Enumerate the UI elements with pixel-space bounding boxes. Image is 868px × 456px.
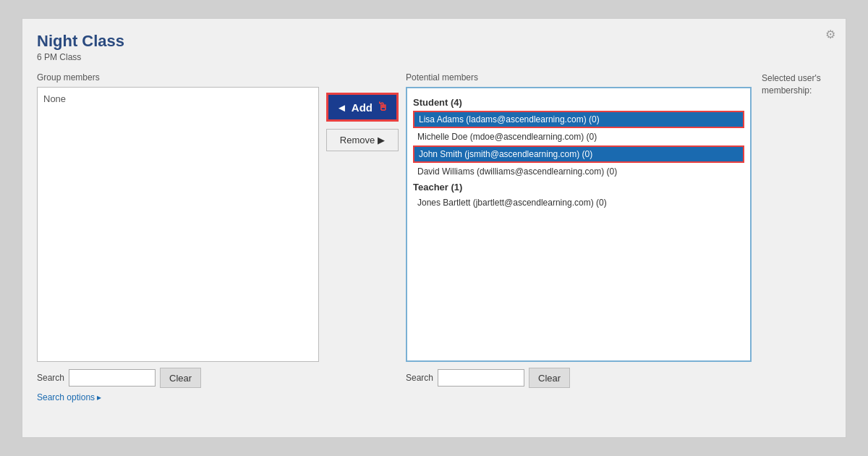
right-clear-button[interactable]: Clear	[529, 368, 570, 388]
list-item[interactable]: Lisa Adams (ladams@ascendlearning.com) (…	[413, 111, 744, 128]
left-search-row: Search Clear	[37, 368, 319, 388]
remove-label: Remove	[340, 135, 375, 145]
list-item[interactable]: David Williams (dwilliams@ascendlearning…	[413, 164, 744, 179]
page-title: Night Class	[37, 32, 831, 51]
cursor-icon: 🖱	[377, 101, 388, 114]
right-search-label: Search	[406, 373, 433, 383]
potential-members-box[interactable]: Student (4)Lisa Adams (ladams@ascendlear…	[406, 87, 752, 362]
left-search-input[interactable]	[69, 369, 156, 387]
list-item[interactable]: Jones Bartlett (jbartlett@ascendlearning…	[413, 195, 744, 210]
far-right-column: Selected user's membership:	[752, 72, 831, 96]
main-panel: ⚙ Night Class 6 PM Class Group members N…	[22, 18, 846, 438]
left-search-label: Search	[37, 373, 64, 383]
list-item[interactable]: John Smith (jsmith@ascendlearning.com) (…	[413, 145, 744, 163]
left-clear-button[interactable]: Clear	[160, 368, 201, 388]
right-search-input[interactable]	[438, 369, 524, 387]
middle-column: ◄ Add 🖱 Remove ▶	[319, 72, 406, 151]
left-column: Group members None Search Clear Search o…	[37, 72, 319, 402]
potential-members-label: Potential members	[406, 72, 752, 83]
group-header: Student (4)	[413, 97, 744, 108]
add-arrow-icon: ◄	[336, 101, 347, 114]
group-members-box[interactable]: None	[37, 87, 319, 362]
remove-arrow-icon: ▶	[378, 135, 385, 145]
list-item[interactable]: Michelle Doe (mdoe@ascendlearning.com) (…	[413, 130, 744, 144]
page-subtitle: 6 PM Class	[37, 52, 831, 62]
gear-icon[interactable]: ⚙	[825, 28, 835, 41]
group-members-label: Group members	[37, 72, 319, 83]
add-label: Add	[352, 101, 373, 114]
search-options-link[interactable]: Search options ▸	[37, 392, 319, 402]
right-column: Potential members Student (4)Lisa Adams …	[406, 72, 752, 388]
no-members-text: None	[43, 93, 66, 104]
remove-button[interactable]: Remove ▶	[326, 129, 399, 151]
columns-row: Group members None Search Clear Search o…	[37, 72, 831, 402]
selected-membership-label: Selected user's membership:	[762, 73, 821, 96]
right-search-row: Search Clear	[406, 368, 752, 388]
group-header: Teacher (1)	[413, 182, 744, 193]
add-button[interactable]: ◄ Add 🖱	[326, 93, 399, 122]
